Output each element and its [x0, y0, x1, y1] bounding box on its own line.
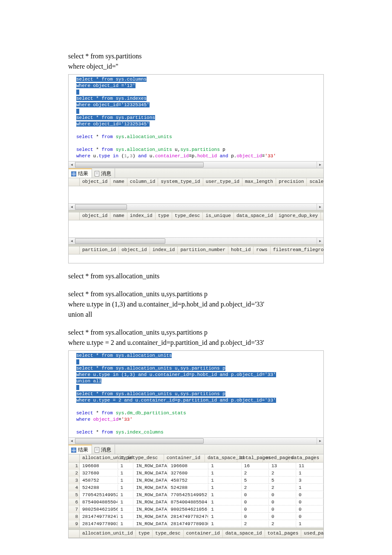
results-grid-2[interactable]: allocation_unit_idtypetype_desccontainer… [69, 530, 323, 538]
column-header[interactable]: data_pages [288, 454, 314, 462]
column-header[interactable]: scale [307, 178, 323, 186]
cell[interactable]: 196608 [168, 463, 208, 469]
row-number[interactable]: 6 [69, 499, 80, 506]
scroll-right-icon[interactable]: ► [317, 438, 323, 444]
cell[interactable]: IN_ROW_DATA [133, 514, 168, 520]
cell[interactable]: 0 [242, 492, 269, 498]
column-header[interactable]: hobt_id [228, 246, 254, 254]
column-header[interactable]: used_pages [263, 454, 288, 462]
column-header[interactable]: user_type_id [203, 178, 242, 186]
cell[interactable]: 1 [118, 477, 134, 484]
column-header[interactable]: column_id [127, 178, 158, 186]
cell[interactable]: 281474977824768 [80, 514, 118, 520]
column-header[interactable]: index_id [127, 212, 156, 220]
sql-editor[interactable]: select * from sys.columnswhere object_id… [69, 75, 323, 161]
cell[interactable]: 1 [118, 485, 134, 491]
table-row[interactable]: 11966081IN_ROW_DATA1966081161311 [69, 462, 323, 470]
cell[interactable]: 281474977890304 [80, 521, 118, 527]
column-header[interactable]: object_id [119, 246, 150, 254]
scroll-thumb[interactable] [75, 438, 204, 444]
cell[interactable]: 0 [269, 492, 296, 498]
table-row[interactable]: 798025846210561IN_ROW_DATA98025846210561… [69, 506, 323, 513]
cell[interactable]: 458752 [168, 477, 208, 484]
cell[interactable]: 9802584621056 [168, 506, 208, 513]
results-grid-2[interactable]: object_idnameindex_idtypetype_descis_uni… [69, 212, 323, 237]
tab-messages[interactable]: 消息 [92, 445, 115, 454]
scroll-left-icon[interactable]: ◄ [69, 162, 75, 168]
column-header[interactable]: rows [254, 246, 270, 254]
column-header[interactable]: total_pages [265, 530, 302, 538]
cell[interactable]: 0 [296, 514, 323, 520]
cell[interactable]: 1 [296, 521, 323, 527]
column-header[interactable]: index_id [150, 246, 178, 254]
cell[interactable]: 0 [242, 499, 269, 506]
column-header[interactable]: partition_id [80, 246, 119, 254]
cell[interactable]: 2 [242, 485, 269, 491]
cell[interactable]: 0 [242, 506, 269, 513]
cell[interactable]: 0 [296, 492, 323, 498]
grid-hscrollbar[interactable]: ◄ ► [69, 237, 323, 244]
cell[interactable]: 1 [118, 492, 134, 498]
cell[interactable]: IN_ROW_DATA [133, 470, 168, 477]
cell[interactable]: 1 [208, 521, 242, 527]
cell[interactable]: 1 [208, 492, 242, 498]
cell[interactable]: 2 [269, 470, 296, 477]
row-number[interactable]: 9 [69, 520, 80, 528]
cell[interactable]: IN_ROW_DATA [133, 485, 168, 491]
scroll-right-icon[interactable]: ► [317, 162, 323, 168]
cell[interactable]: 1 [208, 477, 242, 484]
grid-hscrollbar[interactable]: ◄ ► [69, 203, 323, 210]
scroll-thumb[interactable] [75, 162, 204, 168]
cell[interactable]: 3 [296, 477, 323, 484]
cell[interactable]: IN_ROW_DATA [133, 492, 168, 498]
cell[interactable]: 2 [269, 521, 296, 527]
cell[interactable]: 1 [296, 485, 323, 491]
sql-editor[interactable]: select * from sys.allocation_units selec… [69, 351, 323, 437]
row-number[interactable]: 7 [69, 506, 80, 514]
column-header[interactable]: name [110, 212, 127, 220]
cell[interactable]: 1 [118, 463, 134, 469]
row-number[interactable]: 2 [69, 470, 80, 477]
cell[interactable]: 1 [118, 470, 134, 477]
cell[interactable]: 13 [269, 463, 296, 469]
column-header[interactable]: allocation_unit_id [80, 530, 136, 538]
table-row[interactable]: 577054251499521IN_ROW_DATA77054251499521… [69, 491, 323, 499]
column-header[interactable]: allocation_unit_id [80, 454, 118, 462]
column-header[interactable]: max_length [242, 178, 276, 186]
row-number[interactable]: 5 [69, 491, 80, 499]
results-grid-1[interactable]: allocation_unit_idtypetype_desccontainer… [69, 454, 323, 528]
cell[interactable]: 0 [269, 499, 296, 506]
column-header[interactable]: object_id [80, 212, 110, 220]
cell[interactable]: 327680 [168, 470, 208, 477]
cell[interactable]: 524288 [80, 485, 118, 491]
scroll-thumb[interactable] [75, 238, 165, 244]
column-header[interactable]: total_pages [237, 454, 263, 462]
editor-hscrollbar[interactable]: ◄ ► [69, 161, 323, 168]
cell[interactable]: 1 [208, 514, 242, 520]
cell[interactable]: 16 [242, 463, 269, 469]
column-header[interactable]: ignore_dup_key [276, 212, 321, 220]
cell[interactable]: 11 [296, 463, 323, 469]
scroll-right-icon[interactable]: ► [317, 204, 323, 210]
cell[interactable]: 281474977890304 [168, 521, 208, 527]
column-header[interactable]: data_space_id [223, 530, 265, 538]
cell[interactable]: IN_ROW_DATA [133, 463, 168, 469]
row-number[interactable]: 4 [69, 484, 80, 492]
column-header[interactable]: type [156, 212, 172, 220]
cell[interactable]: 1 [208, 506, 242, 513]
cell[interactable]: 1 [296, 470, 323, 477]
cell[interactable]: 196608 [80, 463, 118, 469]
cell[interactable]: 1 [118, 521, 134, 527]
editor-hscrollbar[interactable]: ◄ ► [69, 437, 323, 444]
cell[interactable]: 0 [269, 514, 296, 520]
row-number[interactable]: 3 [69, 477, 80, 485]
column-header[interactable]: is_unique [203, 212, 233, 220]
column-header[interactable]: filestream_filegroup_id [271, 246, 323, 254]
cell[interactable]: 0 [242, 514, 269, 520]
column-header[interactable]: object_id [80, 178, 110, 186]
column-header[interactable]: name [110, 178, 127, 186]
cell[interactable]: 1 [118, 514, 134, 520]
column-header[interactable]: system_type_id [158, 178, 203, 186]
cell[interactable]: 524288 [168, 485, 208, 491]
cell[interactable]: 8754004885504 [168, 499, 208, 506]
